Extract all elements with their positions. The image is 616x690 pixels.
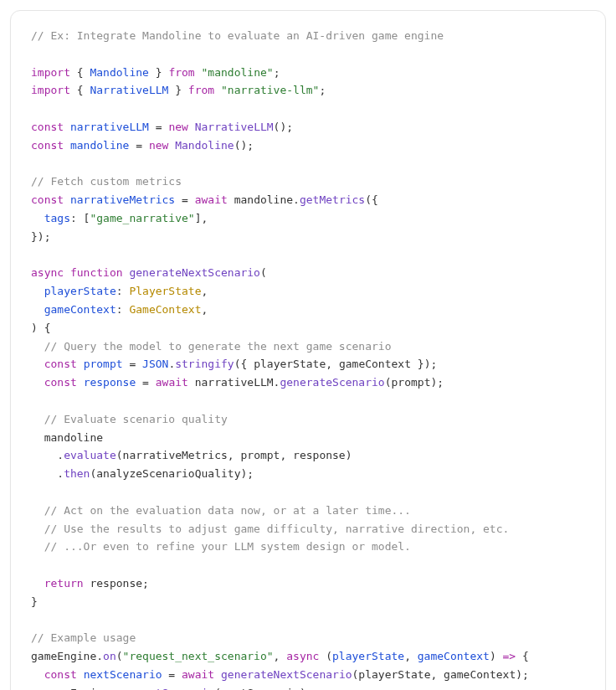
code-token-string: "mandoline" — [202, 66, 274, 79]
code-token-ident: gameContext — [418, 650, 490, 662]
code-token-func: presentScenario — [116, 687, 214, 690]
code-token-plain — [31, 540, 44, 553]
code-token-string: "narrative-llm" — [221, 84, 319, 96]
code-token-ident: narrativeLLM — [70, 121, 149, 133]
code-token-func: getMetrics — [300, 193, 365, 206]
code-token-keyword: const — [44, 358, 77, 370]
code-token-plain — [31, 523, 44, 535]
code-token-keyword: new — [149, 139, 168, 152]
code-token-plain — [214, 84, 221, 96]
code-token-string: "request_next_scenario" — [123, 650, 274, 662]
code-token-plain — [64, 193, 70, 206]
code-token-plain: ; — [274, 66, 280, 79]
code-token-func: Mandoline — [175, 139, 234, 152]
code-token-keyword: await — [156, 376, 188, 389]
code-token-plain — [77, 358, 84, 370]
code-token-ident: gameContext — [44, 303, 116, 316]
code-token-plain: : — [116, 285, 130, 297]
code-token-plain: ( — [116, 650, 123, 662]
code-token-comment: // Query the model to generate the next … — [44, 340, 392, 353]
code-token-plain — [64, 121, 70, 133]
code-token-plain: ( — [319, 650, 332, 662]
code-token-ident: JSON — [142, 358, 168, 370]
code-token-ident: prompt — [84, 358, 123, 370]
code-token-plain: : — [116, 303, 130, 316]
code-token-plain — [77, 668, 84, 681]
code-token-ident: narrativeMetrics — [70, 193, 175, 206]
code-token-keyword: new — [168, 121, 187, 133]
code-token-plain: = — [175, 193, 194, 206]
code-token-func: generateScenario — [280, 376, 384, 389]
code-token-plain: = — [136, 376, 155, 389]
code-token-comment: // Act on the evaluation data now, or at… — [44, 504, 411, 517]
code-token-comment: // Example usage — [31, 631, 136, 644]
code-token-plain — [31, 358, 44, 370]
code-token-comment: // Fetch custom metrics — [31, 175, 182, 188]
code-token-ident: playerState — [332, 650, 404, 662]
code-token-keyword: const — [31, 121, 64, 133]
code-token-ident: NarrativeLLM — [90, 84, 168, 96]
code-token-keyword: async — [286, 650, 319, 662]
code-token-keyword: async function — [31, 266, 123, 279]
code-token-ident: playerState — [44, 285, 116, 297]
code-token-string: "game_narrative" — [90, 212, 194, 224]
code-token-plain: (); — [274, 121, 293, 133]
code-token-keyword: from — [168, 66, 194, 79]
code-token-ident: response — [84, 376, 136, 389]
code-token-func: generateNextScenario — [221, 668, 352, 681]
code-token-keyword: => — [503, 650, 516, 662]
code-token-keyword: import — [31, 84, 70, 96]
code-token-ident: mandoline — [70, 139, 129, 152]
code-token-comment: // Evaluate scenario quality — [44, 413, 228, 425]
code-token-plain: { — [70, 66, 90, 79]
code-token-keyword: import — [31, 66, 70, 79]
code-token-plain: } — [168, 84, 187, 96]
code-token-plain — [214, 668, 221, 681]
code-token-ident: tags — [44, 212, 70, 224]
code-token-func: stringify — [175, 358, 234, 370]
code-token-comment: // Use the results to adjust game diffic… — [44, 523, 510, 535]
code-token-ident: Mandoline — [90, 66, 148, 79]
code-token-keyword: const — [44, 376, 77, 389]
code-token-keyword: const — [31, 193, 64, 206]
code-block: // Ex: Integrate Mandoline to evaluate a… — [10, 10, 606, 690]
code-token-func: NarrativeLLM — [195, 121, 274, 133]
code-token-ident: nextScenario — [84, 668, 162, 681]
code-token-func: evaluate — [64, 449, 116, 461]
code-content: // Ex: Integrate Mandoline to evaluate a… — [31, 29, 529, 690]
code-token-type: GameContext — [129, 303, 201, 316]
code-token-plain: = — [162, 668, 182, 681]
code-token-plain: } — [149, 66, 168, 79]
code-token-plain — [195, 66, 202, 79]
code-token-plain: ; — [319, 84, 326, 96]
code-token-type: PlayerState — [129, 285, 201, 297]
code-token-plain: = — [129, 139, 148, 152]
code-token-comment: // Ex: Integrate Mandoline to evaluate a… — [31, 29, 444, 42]
code-token-plain: narrativeLLM. — [188, 376, 280, 389]
code-token-keyword: from — [188, 84, 214, 96]
code-token-plain — [77, 376, 84, 389]
code-token-plain: , — [404, 650, 418, 662]
code-token-plain: (); — [234, 139, 254, 152]
code-token-keyword: const — [44, 668, 77, 681]
code-token-keyword: await — [195, 193, 228, 206]
code-token-keyword: const — [31, 139, 64, 152]
code-token-func: on — [103, 650, 116, 662]
code-token-plain — [64, 139, 70, 152]
code-token-plain: mandoline. — [228, 193, 300, 206]
code-token-plain: gameEngine. — [31, 650, 103, 662]
code-token-plain: { — [70, 84, 90, 96]
code-token-plain: = — [149, 121, 168, 133]
code-token-func: generateNextScenario — [129, 266, 260, 279]
code-token-plain: = — [123, 358, 142, 370]
code-token-plain: , — [274, 650, 287, 662]
code-token-plain — [31, 577, 44, 590]
code-token-plain — [188, 121, 195, 133]
code-token-keyword: await — [182, 668, 214, 681]
code-token-keyword: return — [44, 577, 84, 590]
code-token-comment: // ...Or even to refine your LLM system … — [44, 540, 411, 553]
code-token-func: then — [64, 467, 90, 480]
code-token-plain: ) — [490, 650, 503, 662]
code-token-plain: : [ — [70, 212, 90, 224]
